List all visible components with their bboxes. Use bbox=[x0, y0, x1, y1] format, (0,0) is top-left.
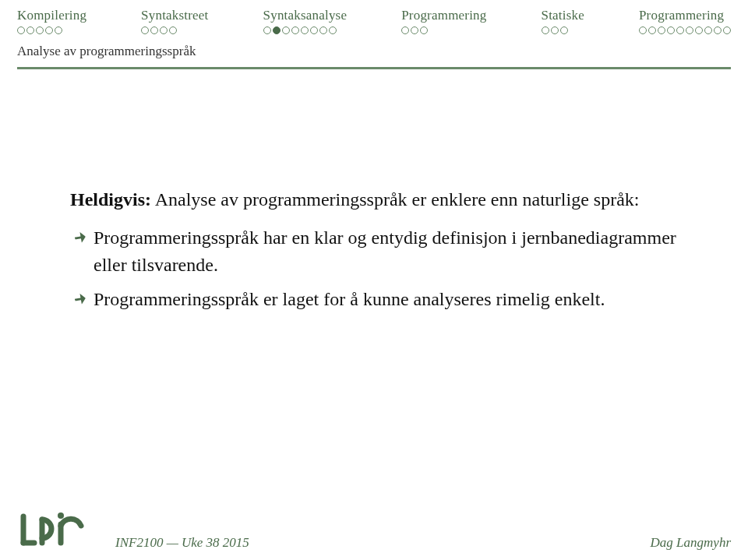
lead-rest: Analyse av programmeringsspråk er enkler… bbox=[151, 189, 639, 210]
nav-progress-dots bbox=[542, 26, 568, 34]
nav-item-4[interactable]: Statiske bbox=[542, 8, 584, 34]
nav-item-1[interactable]: Syntakstreet bbox=[141, 8, 208, 34]
nav-progress-dots bbox=[639, 26, 731, 34]
progress-dot-icon[interactable] bbox=[301, 26, 309, 34]
progress-dot-icon[interactable] bbox=[273, 26, 280, 34]
progress-dot-icon[interactable] bbox=[667, 26, 675, 34]
nav-item-2[interactable]: Syntaksanalyse bbox=[263, 8, 348, 34]
nav-label: Programmering bbox=[639, 8, 724, 23]
nav-progress-dots bbox=[401, 26, 428, 34]
progress-dot-icon[interactable] bbox=[169, 26, 177, 34]
nav-label: Programmering bbox=[401, 8, 486, 23]
slide-body: Heldigvis: Analyse av programmeringssprå… bbox=[0, 69, 748, 313]
progress-dot-icon[interactable] bbox=[55, 26, 62, 34]
progress-dot-icon[interactable] bbox=[704, 26, 712, 34]
progress-dot-icon[interactable] bbox=[714, 26, 722, 34]
nav-progress-dots bbox=[263, 26, 337, 34]
progress-dot-icon[interactable] bbox=[658, 26, 665, 34]
bullet-item: Programmeringsspråk har en klar og entyd… bbox=[70, 224, 678, 279]
progress-dot-icon[interactable] bbox=[648, 26, 656, 34]
bullet-text: Programmeringsspråk er laget for å kunne… bbox=[94, 289, 605, 309]
nav-label: Statiske bbox=[542, 8, 584, 23]
nav-label: Syntaksanalyse bbox=[263, 8, 348, 23]
bullet-text: Programmeringsspråk har en klar og entyd… bbox=[94, 227, 676, 275]
progress-dot-icon[interactable] bbox=[676, 26, 684, 34]
footer-course-wrap: INF2100 — Uke 38 2015 bbox=[0, 535, 748, 551]
progress-dot-icon[interactable] bbox=[411, 26, 418, 34]
top-navigation: KompileringSyntakstreetSyntaksanalysePro… bbox=[0, 0, 748, 34]
progress-dot-icon[interactable] bbox=[542, 26, 549, 34]
progress-dot-icon[interactable] bbox=[26, 26, 34, 34]
subsection-title: Analyse av programmeringsspråk bbox=[17, 44, 731, 59]
progress-dot-icon[interactable] bbox=[282, 26, 290, 34]
nav-item-5[interactable]: Programmering bbox=[639, 8, 731, 34]
nav-label: Kompilering bbox=[17, 8, 86, 23]
progress-dot-icon[interactable] bbox=[420, 26, 428, 34]
progress-dot-icon[interactable] bbox=[319, 26, 327, 34]
progress-dot-icon[interactable] bbox=[329, 26, 337, 34]
progress-dot-icon[interactable] bbox=[263, 26, 271, 34]
progress-dot-icon[interactable] bbox=[17, 26, 25, 34]
bullet-list: Programmeringsspråk har en klar og entyd… bbox=[70, 224, 678, 313]
slide-page: KompileringSyntakstreetSyntaksanalysePro… bbox=[0, 0, 748, 560]
progress-dot-icon[interactable] bbox=[695, 26, 703, 34]
nav-item-0[interactable]: Kompilering bbox=[17, 8, 86, 34]
progress-dot-icon[interactable] bbox=[551, 26, 559, 34]
svg-point-0 bbox=[58, 512, 64, 519]
bullet-item: Programmeringsspråk er laget for å kunne… bbox=[70, 286, 678, 313]
footer: INF2100 — Uke 38 2015 Dag Langmyhr bbox=[0, 509, 748, 551]
nav-item-3[interactable]: Programmering bbox=[401, 8, 486, 34]
progress-dot-icon[interactable] bbox=[36, 26, 44, 34]
nav-label: Syntakstreet bbox=[141, 8, 208, 23]
progress-dot-icon[interactable] bbox=[723, 26, 731, 34]
progress-dot-icon[interactable] bbox=[310, 26, 318, 34]
progress-dot-icon[interactable] bbox=[291, 26, 299, 34]
nav-progress-dots bbox=[141, 26, 177, 34]
progress-dot-icon[interactable] bbox=[150, 26, 158, 34]
nav-progress-dots bbox=[17, 26, 62, 34]
lead-bold: Heldigvis: bbox=[70, 189, 151, 210]
progress-dot-icon[interactable] bbox=[141, 26, 149, 34]
progress-dot-icon[interactable] bbox=[160, 26, 168, 34]
progress-dot-icon[interactable] bbox=[401, 26, 409, 34]
progress-dot-icon[interactable] bbox=[686, 26, 693, 34]
footer-course: INF2100 — Uke 38 2015 bbox=[115, 535, 249, 550]
progress-dot-icon[interactable] bbox=[45, 26, 53, 34]
subsection-header: Analyse av programmeringsspråk bbox=[0, 34, 748, 69]
progress-dot-icon[interactable] bbox=[639, 26, 647, 34]
lead-paragraph: Heldigvis: Analyse av programmeringssprå… bbox=[70, 186, 678, 213]
progress-dot-icon[interactable] bbox=[560, 26, 568, 34]
